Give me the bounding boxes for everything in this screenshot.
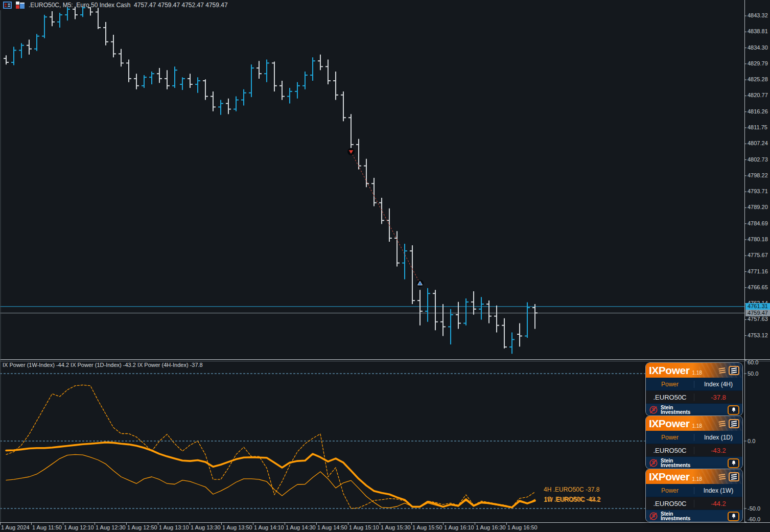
index-column-label: Index (4H) [694,381,742,388]
index-column-label: Index (1W) [694,487,742,494]
panel-symbol-row: .EURO50C -37.8 [646,391,742,404]
vendor-name: SteinInvestments [661,458,690,468]
price-tick-label: 4838.81 [748,28,768,35]
bell-icon [731,460,737,466]
symbol-cell: .EURO50C [646,500,694,507]
price-tick-label: 4829.79 [748,60,768,67]
chart-header: .EURO50C, M5: Euro 50 Index Cash 4757.47… [0,0,228,10]
price-tick-label: 4775.67 [748,252,768,259]
alert-bell-button[interactable] [728,405,739,415]
panel-columns-row: Power Index (1D) [646,431,742,444]
symbol-cell: .EURO50C [646,394,694,401]
lines-icon[interactable] [718,421,726,427]
indicator-tick-label: 0.0 [748,438,755,445]
time-tick-label: 1 Aug 15:50 [412,524,442,531]
vendor-name: SteinInvestments [661,512,690,521]
price-tick-label: 4753.12 [748,332,768,339]
time-tick-label: 1 Aug 14:30 [286,524,316,531]
panel-columns-row: Power Index (4H) [646,378,742,391]
ixpower-panel-1d: IXPower 1.18 Power Index (1D) .EURO50C -… [646,416,742,469]
time-tick-label: 1 Aug 15:10 [349,524,379,531]
menu-box-icon[interactable] [729,366,739,375]
time-tick-label: 1 Aug 16:50 [507,524,538,531]
menu-box-icon[interactable] [729,472,739,481]
lines-icon[interactable] [718,367,726,374]
price-tick-label: 4798.22 [748,172,768,179]
time-tick-label: 1 Aug 14:50 [317,524,347,531]
ixpower-logo: IXPower [649,471,689,482]
power-column-label: Power [646,487,694,494]
time-tick-label: 1 Aug 16:30 [476,524,506,531]
price-tick-label: 4802.73 [748,156,768,163]
ixpower-panel-header: IXPower 1.18 [646,469,742,484]
indicator-tick-label: -60.0 [748,516,760,523]
price-tick-label: 4811.75 [748,124,767,131]
time-tick-label: 1 Aug 11:50 [32,524,62,531]
price-tick-label: 4834.30 [748,44,768,51]
stein-investments-logo-icon [649,458,658,468]
chart-windows-icon[interactable] [16,2,25,9]
menu-box-icon[interactable] [729,419,739,428]
panel-footer: SteinInvestments [646,404,742,415]
power-column-label: Power [646,381,694,388]
alert-bell-button[interactable] [728,458,739,468]
stein-investments-logo-icon [649,405,658,414]
price-tick-label: 4766.65 [748,284,768,291]
price-tick-label: 4807.24 [748,140,768,147]
panel-footer: SteinInvestments [646,510,742,522]
index-value-cell: -43.2 [694,447,742,454]
panel-symbol-row: .EURO50C -43.2 [646,444,742,457]
stein-investments-logo-icon [649,512,658,521]
version-label: 1.18 [692,476,702,482]
time-tick-label: 1 Aug 13:30 [191,524,221,531]
time-tick-label: 1 Aug 12:10 [64,524,94,531]
symbol-info-line: .EURO50C, M5: Euro 50 Index Cash 4757.47… [29,2,228,9]
bell-icon [731,407,737,413]
price-tick-label: 4771.16 [748,268,768,275]
index-value-cell: -44.2 [694,500,742,507]
series-tag-4h: 4H .EURO50C -37.8 [544,486,599,493]
time-tick-label: 1 Aug 14:10 [254,524,284,531]
power-column-label: Power [646,434,694,441]
price-tick-label: 4820.77 [748,92,768,99]
ixpower-panel-1w: IXPower 1.18 Power Index (1W) .EURO50C -… [646,469,742,522]
price-tick-label: 4825.28 [748,76,768,83]
time-tick-label: 1 Aug 13:50 [222,524,252,531]
time-tick-label: 1 Aug 12:30 [96,524,126,531]
alert-bell-button[interactable] [728,512,739,521]
version-label: 1.18 [692,423,702,429]
ixpower-panel-4h: IXPower 1.18 Power Index (4H) .EURO50C -… [646,363,742,415]
price-tick-label: 4757.63 [748,316,768,322]
market-watch-icon[interactable] [3,2,12,9]
price-tick-label: 4789.20 [748,204,768,211]
indicator-series-dashed [6,385,535,508]
price-tick-label: 4780.18 [748,236,768,243]
trading-terminal-window: .EURO50C, M5: Euro 50 Index Cash 4757.47… [0,0,770,532]
indicator-tick-label: 60.0 [748,359,758,366]
price-tick-label: 4784.69 [748,220,768,227]
price-tick-label: 4843.32 [748,12,768,19]
price-tick-label: 4793.71 [748,188,768,195]
bid-price-badge: 4761.31 [745,303,770,310]
symbol-cell: .EURO50C [646,447,694,454]
ixpower-logo: IXPower [649,365,689,376]
signal-trend-line [351,152,420,284]
panel-footer: SteinInvestments [646,457,742,469]
indicator-series-thick [6,443,535,507]
indicator-tick-label: 50.0 [748,371,758,377]
last-price-badge: 4759.47 [745,310,770,316]
index-value-cell: -37.8 [694,394,742,401]
time-tick-label: 1 Aug 13:10 [159,524,189,531]
price-tick-label: 4816.26 [748,108,768,115]
version-label: 1.18 [692,370,702,376]
time-tick-label: 1 Aug 2024 [1,524,30,531]
series-tag-1w: 1W .EURO50C -44.2 [544,496,601,503]
vendor-name: SteinInvestments [661,405,690,415]
lines-icon[interactable] [718,474,726,480]
panel-columns-row: Power Index (1W) [646,484,742,497]
time-tick-label: 1 Aug 12:50 [127,524,157,531]
time-tick-label: 1 Aug 16:10 [444,524,474,531]
indicator-window-title: IX Power (1W-Index) -44.2 IX Power (1D-I… [3,362,203,368]
ixpower-panel-header: IXPower 1.18 [646,363,742,378]
bell-icon [731,513,737,519]
